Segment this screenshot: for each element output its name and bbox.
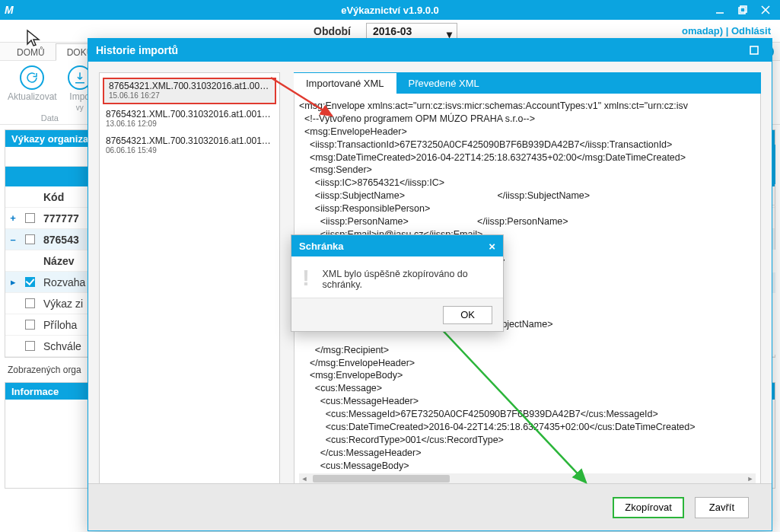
close-button[interactable]: Zavřít (695, 497, 749, 518)
modal-footer: Zkopírovat Zavřít (88, 483, 772, 530)
clipboard-messagebox: Schránka × ! XML bylo úspěšně zkopírován… (291, 234, 504, 332)
messagebox-text: XML bylo úspěšně zkopírováno do schránky… (322, 269, 492, 290)
horizontal-scrollbar[interactable]: ◄ ► (299, 473, 756, 484)
ok-button[interactable]: OK (443, 306, 492, 324)
modal-maximize-icon[interactable] (744, 43, 764, 57)
import-filename: 87654321.XML.700.31032016.at1.001.xml (109, 81, 270, 91)
tab-converted-xml[interactable]: Převedené XML (396, 73, 492, 94)
svg-rect-5 (750, 46, 758, 54)
import-filename: 87654321.XML.700.31032016.at1.001.xml (106, 109, 273, 119)
tab-imported-xml[interactable]: Importované XML (294, 73, 396, 94)
import-filename: 87654321.XML.700.31032016.at1.001.xml (106, 135, 273, 146)
messagebox-close-icon[interactable]: × (489, 240, 495, 253)
import-filedate: 06.06.16 15:49 (106, 146, 273, 155)
import-item[interactable]: 87654321.XML.700.31032016.at1.001.xml 13… (100, 106, 279, 132)
scroll-right-icon[interactable]: ► (745, 475, 756, 483)
exclamation-icon: ! (302, 269, 313, 287)
copy-button[interactable]: Zkopírovat (613, 497, 683, 518)
import-filedate: 15.06.16 16:27 (109, 91, 270, 100)
scroll-left-icon[interactable]: ◄ (299, 475, 310, 483)
xml-tabs: Importované XML Převedené XML (294, 72, 761, 94)
import-filedate: 13.06.16 12:09 (106, 119, 273, 128)
import-item[interactable]: 87654321.XML.700.31032016.at1.001.xml 15… (103, 78, 276, 104)
messagebox-title: Schránka (299, 241, 344, 252)
import-list: 87654321.XML.700.31032016.at1.001.xml 15… (99, 72, 280, 488)
scroll-thumb[interactable] (313, 475, 450, 483)
messagebox-titlebar: Schránka × (291, 235, 503, 256)
modal-titlebar: Historie importů (88, 39, 772, 62)
import-item[interactable]: 87654321.XML.700.31032016.at1.001.xml 06… (100, 132, 279, 159)
modal-title: Historie importů (96, 44, 178, 56)
